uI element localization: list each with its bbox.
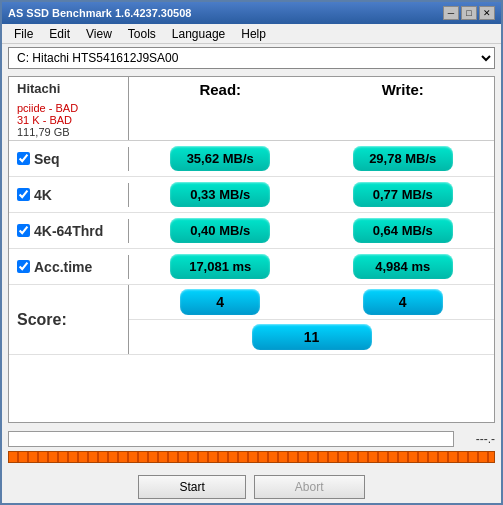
progress-bar-container: ---.- — [8, 431, 495, 447]
seq-read-val: 35,62 MB/s — [129, 142, 312, 175]
score-write-val: 4 — [312, 285, 495, 319]
write-header: Write: — [312, 77, 495, 140]
start-button[interactable]: Start — [138, 475, 245, 499]
acctime-read-pill: 17,081 ms — [170, 254, 270, 279]
score-total-pill: 11 — [252, 324, 372, 350]
main-content: Hitachi pciide - BAD 31 K - BAD 111,79 G… — [2, 72, 501, 503]
progress-bar — [8, 431, 454, 447]
seq-write-pill: 29,78 MB/s — [353, 146, 453, 171]
menu-bar: File Edit View Tools Language Help — [2, 24, 501, 44]
progress-section: ---.- — [2, 427, 501, 471]
menu-view[interactable]: View — [78, 26, 120, 41]
4k-write-val: 0,77 MB/s — [312, 178, 495, 211]
4k-row: 4K 0,33 MB/s 0,77 MB/s — [9, 177, 494, 213]
4k64-row: 4K-64Thrd 0,40 MB/s 0,64 MB/s — [9, 213, 494, 249]
4k64-checkbox[interactable] — [17, 224, 30, 237]
acctime-label: Acc.time — [9, 255, 129, 279]
4k64-read-pill: 0,40 MB/s — [170, 218, 270, 243]
seq-read-pill: 35,62 MB/s — [170, 146, 270, 171]
score-values: 4 4 11 — [129, 285, 494, 354]
4k64-read-val: 0,40 MB/s — [129, 214, 312, 247]
menu-file[interactable]: File — [6, 26, 41, 41]
progress-time: ---.- — [460, 432, 495, 446]
seq-checkbox[interactable] — [17, 152, 30, 165]
k-status: 31 K - BAD — [17, 114, 120, 126]
abort-button[interactable]: Abort — [254, 475, 365, 499]
4k-read-pill: 0,33 MB/s — [170, 182, 270, 207]
app-window: AS SSD Benchmark 1.6.4237.30508 ─ □ ✕ Fi… — [0, 0, 503, 505]
drive-name: Hitachi — [9, 77, 128, 100]
4k64-write-pill: 0,64 MB/s — [353, 218, 453, 243]
score-label: Score: — [9, 285, 129, 354]
4k-write-pill: 0,77 MB/s — [353, 182, 453, 207]
4k64-write-val: 0,64 MB/s — [312, 214, 495, 247]
drive-info: pciide - BAD 31 K - BAD 111,79 GB — [9, 100, 128, 140]
acctime-row: Acc.time 17,081 ms 4,984 ms — [9, 249, 494, 285]
4k-read-val: 0,33 MB/s — [129, 178, 312, 211]
seq-label: Seq — [9, 147, 129, 171]
score-row: Score: 4 4 11 — [9, 285, 494, 355]
seq-row: Seq 35,62 MB/s 29,78 MB/s — [9, 141, 494, 177]
button-row: Start Abort — [2, 471, 501, 503]
drive-select[interactable]: C: Hitachi HTS541612J9SA00 — [8, 47, 495, 69]
window-title: AS SSD Benchmark 1.6.4237.30508 — [8, 7, 191, 19]
menu-tools[interactable]: Tools — [120, 26, 164, 41]
4k-values: 0,33 MB/s 0,77 MB/s — [129, 178, 494, 211]
acctime-values: 17,081 ms 4,984 ms — [129, 250, 494, 283]
4k64-values: 0,40 MB/s 0,64 MB/s — [129, 214, 494, 247]
score-top: 4 4 — [129, 285, 494, 320]
score-read-pill: 4 — [180, 289, 260, 315]
menu-language[interactable]: Language — [164, 26, 233, 41]
close-button[interactable]: ✕ — [479, 6, 495, 20]
acctime-write-val: 4,984 ms — [312, 250, 495, 283]
menu-edit[interactable]: Edit — [41, 26, 78, 41]
maximize-button[interactable]: □ — [461, 6, 477, 20]
toolbar: C: Hitachi HTS541612J9SA00 — [2, 44, 501, 72]
acctime-write-pill: 4,984 ms — [353, 254, 453, 279]
column-headers: Read: Write: — [129, 77, 494, 140]
stripe-bar — [8, 451, 495, 463]
drive-size: 111,79 GB — [17, 126, 120, 138]
read-header: Read: — [129, 77, 312, 140]
seq-write-val: 29,78 MB/s — [312, 142, 495, 175]
acctime-read-val: 17,081 ms — [129, 250, 312, 283]
4k64-label: 4K-64Thrd — [9, 219, 129, 243]
title-bar: AS SSD Benchmark 1.6.4237.30508 ─ □ ✕ — [2, 2, 501, 24]
header-row: Hitachi pciide - BAD 31 K - BAD 111,79 G… — [9, 77, 494, 141]
benchmark-table: Hitachi pciide - BAD 31 K - BAD 111,79 G… — [8, 76, 495, 423]
score-total-row: 11 — [129, 320, 494, 354]
title-bar-buttons: ─ □ ✕ — [443, 6, 495, 20]
score-write-pill: 4 — [363, 289, 443, 315]
menu-help[interactable]: Help — [233, 26, 274, 41]
4k-label: 4K — [9, 183, 129, 207]
acctime-checkbox[interactable] — [17, 260, 30, 273]
score-read-val: 4 — [129, 285, 312, 319]
seq-values: 35,62 MB/s 29,78 MB/s — [129, 142, 494, 175]
minimize-button[interactable]: ─ — [443, 6, 459, 20]
left-panel-header: Hitachi pciide - BAD 31 K - BAD 111,79 G… — [9, 77, 129, 140]
pciide-status: pciide - BAD — [17, 102, 120, 114]
4k-checkbox[interactable] — [17, 188, 30, 201]
